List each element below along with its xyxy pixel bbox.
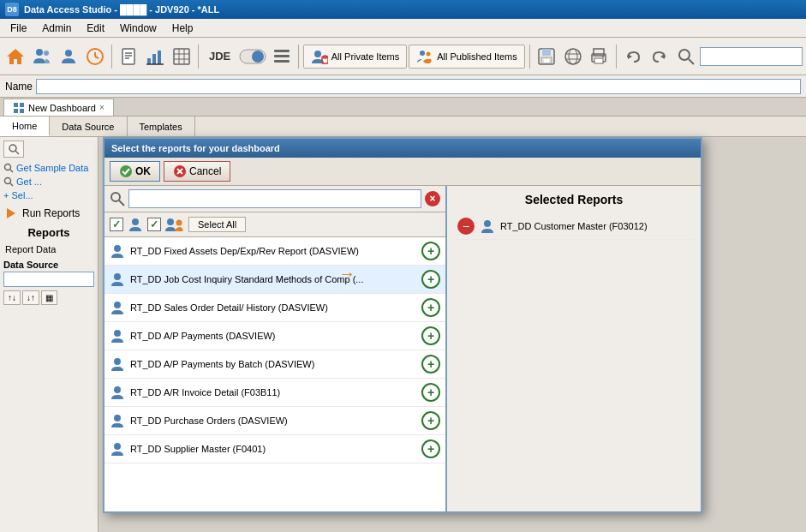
tab-home[interactable]: Home bbox=[0, 117, 50, 136]
list-item[interactable]: RT_DD Supplier Master (F0401) + bbox=[104, 435, 445, 463]
svg-point-34 bbox=[565, 49, 581, 64]
svg-point-28 bbox=[420, 51, 425, 56]
menu-help[interactable]: Help bbox=[165, 21, 200, 36]
svg-rect-13 bbox=[158, 51, 161, 64]
name-input[interactable] bbox=[36, 79, 801, 94]
dialog-ok-button[interactable]: OK bbox=[110, 161, 160, 182]
menu-admin[interactable]: Admin bbox=[35, 21, 78, 36]
add-report-btn-3[interactable]: + bbox=[421, 326, 440, 345]
add-report-btn-7[interactable]: + bbox=[421, 439, 440, 458]
tab-data-source[interactable]: Data Source bbox=[50, 117, 127, 136]
undo-button[interactable] bbox=[621, 41, 646, 72]
table-button[interactable] bbox=[169, 41, 194, 72]
dialog-cancel-button[interactable]: Cancel bbox=[164, 161, 230, 182]
list-person-icon bbox=[127, 216, 144, 233]
search-button[interactable] bbox=[673, 41, 698, 72]
lines-icon bbox=[272, 46, 292, 67]
main-toolbar: JDE All Private Items All bbox=[0, 38, 806, 75]
svg-rect-11 bbox=[147, 58, 151, 64]
doc-button-1[interactable] bbox=[116, 41, 141, 72]
add-report-btn-1[interactable]: + bbox=[421, 270, 440, 289]
all-private-items-button[interactable]: All Private Items bbox=[303, 45, 407, 69]
clock-button[interactable] bbox=[82, 41, 107, 72]
dialog-overlay: Select the reports for your dashboard OK bbox=[0, 137, 806, 532]
toolbar-search-input[interactable] bbox=[700, 47, 803, 66]
report-person-icon bbox=[110, 356, 125, 372]
separator-4 bbox=[529, 45, 530, 69]
clock-icon bbox=[85, 46, 105, 67]
all-published-items-button[interactable]: All Published Items bbox=[409, 45, 525, 69]
separator-5 bbox=[616, 45, 617, 69]
cancel-x-icon bbox=[173, 164, 187, 178]
tab-close-button[interactable]: × bbox=[99, 103, 104, 112]
chart-icon bbox=[145, 46, 165, 67]
select-all-checkbox[interactable] bbox=[110, 218, 123, 231]
add-report-btn-2[interactable]: + bbox=[421, 298, 440, 317]
ok-check-icon bbox=[119, 164, 133, 178]
jde-button[interactable]: JDE bbox=[203, 41, 236, 72]
search-clear-button[interactable]: × bbox=[425, 191, 440, 206]
redo-button[interactable] bbox=[647, 41, 672, 72]
dialog-title-bar: Select the reports for your dashboard bbox=[104, 139, 701, 158]
add-report-btn-6[interactable]: + bbox=[421, 411, 440, 430]
globe-button[interactable] bbox=[560, 41, 585, 72]
list-toolbar: Select All bbox=[104, 212, 445, 237]
selected-reports-title: Selected Reports bbox=[454, 193, 694, 206]
search-icon bbox=[677, 47, 696, 66]
menu-window[interactable]: Window bbox=[113, 21, 164, 36]
list-item[interactable]: RT_DD A/R Invoice Detail (F03B11) + bbox=[104, 379, 445, 407]
list-item[interactable]: RT_DD A/P Payments by Batch (DASVIEW) + bbox=[104, 350, 445, 379]
list-item[interactable]: RT_DD Fixed Assets Dep/Exp/Rev Report (D… bbox=[104, 237, 445, 266]
list-item[interactable]: RT_DD A/P Payments (DASVIEW) + bbox=[104, 322, 445, 350]
person-button[interactable] bbox=[57, 41, 81, 72]
save-button[interactable] bbox=[534, 41, 559, 72]
list-item[interactable]: RT_DD Sales Order Detail/ History (DASVI… bbox=[104, 294, 445, 322]
svg-point-67 bbox=[114, 273, 121, 280]
toggle-button[interactable] bbox=[238, 41, 267, 72]
name-label: Name bbox=[5, 81, 33, 93]
add-report-btn-4[interactable]: + bbox=[421, 355, 440, 374]
selected-report-text: RT_DD Customer Master (F03012) bbox=[500, 221, 648, 231]
content-tabs: Home Data Source Templates bbox=[0, 117, 806, 137]
svg-point-35 bbox=[569, 49, 577, 64]
svg-point-63 bbox=[132, 218, 139, 225]
svg-rect-22 bbox=[274, 50, 290, 52]
svg-line-62 bbox=[119, 200, 124, 206]
dialog-body: × bbox=[104, 186, 701, 511]
svg-line-6 bbox=[95, 57, 99, 58]
svg-point-61 bbox=[111, 193, 120, 201]
lines-button[interactable] bbox=[269, 41, 294, 72]
tab-templates[interactable]: Templates bbox=[128, 117, 195, 136]
select-all-checkbox-2[interactable] bbox=[147, 218, 161, 231]
svg-rect-7 bbox=[122, 49, 134, 64]
list-item[interactable]: RT_DD Job Cost Inquiry Standard Methods … bbox=[104, 266, 445, 294]
new-dashboard-tab[interactable]: New Dashboard × bbox=[3, 99, 114, 116]
people-button[interactable] bbox=[30, 41, 55, 72]
svg-rect-33 bbox=[544, 59, 549, 63]
print-icon bbox=[588, 46, 609, 67]
add-report-btn-5[interactable]: + bbox=[421, 383, 440, 402]
menu-file[interactable]: File bbox=[3, 21, 33, 36]
chart-button[interactable] bbox=[143, 41, 168, 72]
select-all-button[interactable]: Select All bbox=[188, 217, 246, 232]
svg-point-44 bbox=[679, 50, 690, 60]
report-search-input[interactable] bbox=[128, 189, 421, 208]
svg-marker-43 bbox=[660, 54, 665, 59]
menu-edit[interactable]: Edit bbox=[80, 21, 111, 36]
svg-point-3 bbox=[65, 50, 72, 57]
svg-marker-42 bbox=[628, 54, 632, 59]
report-person-icon bbox=[110, 385, 125, 400]
svg-rect-48 bbox=[14, 109, 18, 113]
svg-rect-12 bbox=[152, 54, 156, 64]
add-report-btn-0[interactable]: + bbox=[421, 242, 440, 260]
home-button[interactable] bbox=[3, 41, 28, 72]
remove-report-btn-0[interactable]: − bbox=[457, 218, 475, 235]
svg-rect-47 bbox=[20, 103, 24, 107]
svg-rect-24 bbox=[274, 60, 290, 63]
svg-point-65 bbox=[176, 220, 182, 226]
list-item[interactable]: RT_DD Purchase Orders (DASVIEW) + bbox=[104, 407, 445, 435]
svg-rect-46 bbox=[14, 103, 18, 107]
print-button[interactable] bbox=[587, 41, 612, 72]
svg-point-1 bbox=[36, 49, 43, 56]
dialog-toolbar: OK Cancel bbox=[104, 158, 701, 186]
